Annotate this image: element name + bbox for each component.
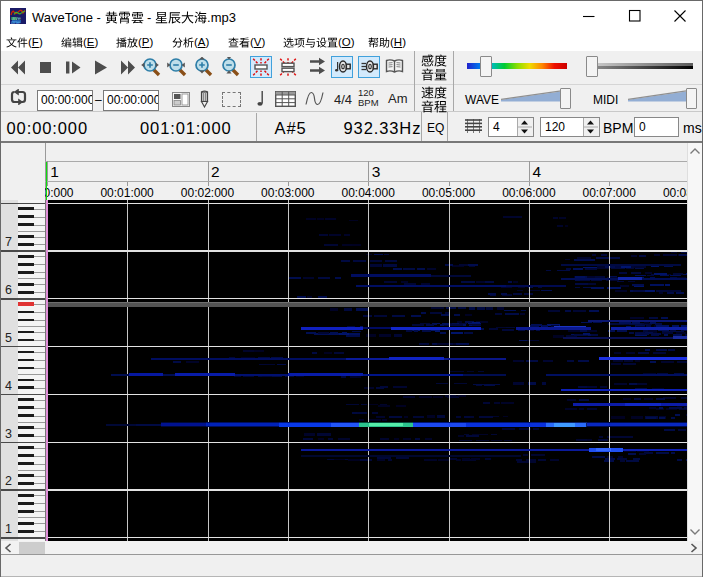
- svg-text:one: one: [11, 19, 20, 25]
